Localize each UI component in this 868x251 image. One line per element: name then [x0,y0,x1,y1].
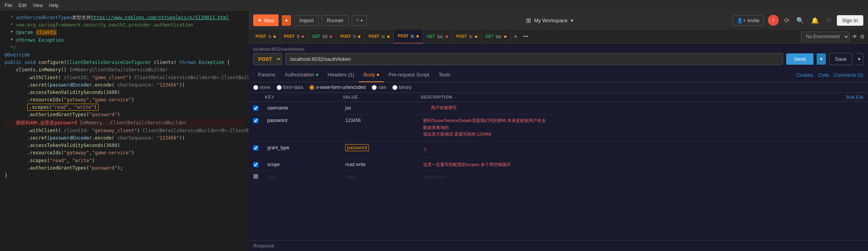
cookies-link[interactable]: Cookies [796,72,813,78]
row1-checkbox[interactable] [253,106,258,111]
code-line-4: * @throws Exception [5,37,244,44]
send-button[interactable]: Send [786,53,813,65]
req-tab-headers[interactable]: Headers (1) [323,68,359,82]
req-tab-tests[interactable]: Tests [434,68,455,82]
new-dropdown-button[interactable]: ▾ [282,15,291,26]
upgrade-button[interactable]: ↑ [768,15,779,26]
code-line-15: 授权码4种,这里是password InMemory...ClientDetai… [5,119,244,127]
response-label: Response [253,243,274,249]
tab-dot-0 [273,35,276,38]
tab-5[interactable]: POST lc [394,30,423,44]
menu-help[interactable]: Help [49,3,59,8]
header-right: 👤+ Invite ↑ ⟳ 🔍 🔔 ♡ Sign In [732,15,863,26]
more-tabs-button[interactable]: ••• [520,34,531,39]
radio-raw[interactable]: raw [372,85,386,90]
response-bar: Response [249,240,868,251]
table-row-empty: Key Value Description [249,171,868,184]
tab-3[interactable]: POST h [336,30,365,44]
tab-4[interactable]: POST lc [365,30,394,44]
req-tab-authorization[interactable]: Authorization [280,68,323,82]
row5-checkbox[interactable] [253,174,258,179]
menu-file[interactable]: File [5,3,12,8]
tab-7[interactable]: POST lc [452,30,482,44]
row3-checkbox[interactable] [253,145,258,150]
env-gear-button[interactable]: ⚙ [860,34,865,40]
req-tab-params[interactable]: Params [253,68,280,82]
tab-8[interactable]: GET loc [482,30,511,44]
fork-icon: ⑂ [356,18,359,23]
radio-binary[interactable]: binary [392,85,412,90]
radio-form-data[interactable]: form-data [277,85,303,90]
postman-panel: + New ▾ Import Runner ⑂ ▾ ⊞ My Workspace… [249,11,868,251]
code-link[interactable]: Code [818,72,829,78]
row1-annotation: 用户名随便写 [431,105,457,111]
code-line-8: clients.inMemory() InMemoryClientDetails… [5,66,244,74]
workspace-name[interactable]: My Workspace [534,18,568,23]
history-button[interactable]: ⟳ [783,15,791,26]
row2-value: 123456 [343,116,421,125]
code-line-14: .authorizedGrantTypes("password") [5,111,244,118]
url-input[interactable] [285,53,783,65]
tab-dot-1 [302,35,304,38]
tab-dot-7 [475,35,477,38]
url-bar: localhost:8032/oauth/token POST Send ▾ S… [249,44,868,68]
send-dropdown-button[interactable]: ▾ [817,53,826,65]
header-left: + New ▾ Import Runner ⑂ ▾ [253,14,367,26]
save-button[interactable]: Save [829,53,852,65]
code-line-6: @Override [5,51,244,59]
import-button[interactable]: Import [294,15,319,26]
env-dropdown[interactable]: No Environment [801,32,850,42]
body-dot [377,74,379,76]
req-tab-prerequest[interactable]: Pre-request Script [384,68,434,82]
row4-checkbox[interactable] [253,162,258,167]
code-panel: * authorizedGrantTypes类型支持https://www.cn… [0,11,249,251]
form-table: KEY VALUE DESCRIPTION Bulk Edit username… [249,93,868,240]
comments-link[interactable]: Comments (0) [834,72,863,78]
postman-header: + New ▾ Import Runner ⑂ ▾ ⊞ My Workspace… [249,11,868,30]
heart-button[interactable]: ♡ [824,15,833,26]
header-center: ⊞ My Workspace ▾ [526,17,573,24]
row2-annotation: 密码为userServiceDetails里面我们写的密码 本来是根据用户名去数… [423,117,861,138]
url-input-row: POST Send ▾ Save ▾ [253,53,863,65]
bulk-edit-button[interactable]: Bulk Edit [832,95,863,99]
url-breadcrumb: localhost:8032/oauth/token [253,47,863,51]
tab-0[interactable]: POST h [252,30,280,44]
add-tab-button[interactable]: + [511,33,520,40]
radio-urlencoded[interactable]: x-www-form-urlencoded [309,85,365,90]
invite-button[interactable]: 👤+ Invite [732,15,764,26]
new-button[interactable]: + New [253,14,279,26]
tab-dot-6 [446,35,448,38]
row3-value: password [343,143,421,152]
env-eye-button[interactable]: 👁 [852,34,857,40]
radio-none[interactable]: none [253,85,270,90]
workspace-chevron: ▾ [571,18,573,23]
code-line-1: * authorizedGrantTypes类型支持https://www.cn… [5,14,244,21]
table-row: password 123456 密码为userServiceDetails里面我… [249,114,868,141]
tab-1[interactable]: POST tl [280,30,308,44]
menu-edit[interactable]: Edit [18,3,26,8]
row4-key: scope [265,160,343,169]
col-desc-header: DESCRIPTION [421,95,832,99]
bell-button[interactable]: 🔔 [810,15,820,26]
search-button[interactable]: 🔍 [795,15,806,26]
menu-view[interactable]: View [33,3,43,8]
code-line-21: .authorizedGrantTypes("password"); [5,164,244,172]
fork-button[interactable]: ⑂ ▾ [352,15,367,26]
row2-key: password [265,116,343,125]
tab-6[interactable]: GET loc [423,30,452,44]
code-line-18: .accessTokenValiditySeconds(3600) [5,142,244,149]
row2-checkbox[interactable] [253,118,258,123]
tab-2[interactable]: GET htl [308,30,336,44]
invite-icon: 👤+ [737,18,746,23]
method-select[interactable]: POST [253,53,282,65]
code-line-19: .resourceIds("gateway","game-service") [5,149,244,157]
save-dropdown-button[interactable]: ▾ [856,53,863,65]
tab-dot-8 [504,35,506,38]
code-line-11: .accessTokenValiditySeconds(3600) [5,89,244,96]
req-tab-body[interactable]: Body [359,68,384,82]
tab-dot-3 [358,35,360,38]
main-layout: * authorizedGrantTypes类型支持https://www.cn… [0,11,868,251]
code-line-12: .resourceIds("gateway","game-service") [5,96,244,104]
runner-button[interactable]: Runner [322,15,349,26]
signin-button[interactable]: Sign In [837,15,863,26]
